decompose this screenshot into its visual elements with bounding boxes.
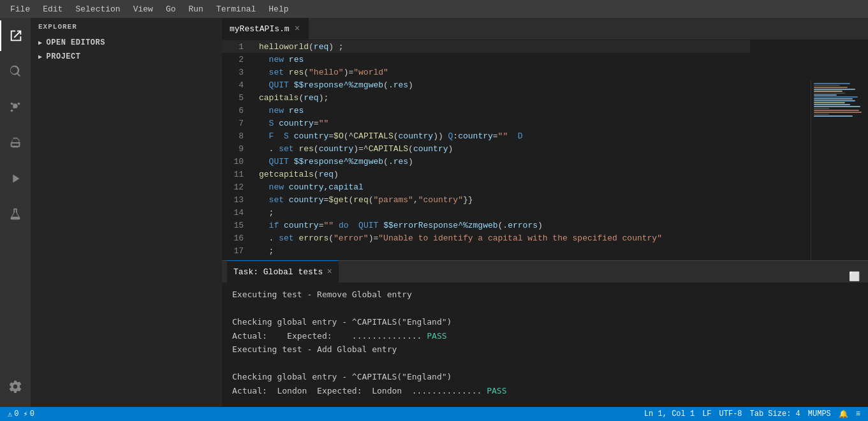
menu-run[interactable]: Run [183, 3, 208, 15]
flask-icon[interactable] [0, 199, 31, 230]
feedback-icon: ≡ [856, 410, 860, 418]
explorer-icon[interactable] [0, 20, 31, 51]
terminal-line-9 [232, 398, 858, 407]
run-debug-icon[interactable] [0, 163, 31, 194]
terminal-tab-bar: Task: Global tests × ⬜ [222, 261, 868, 283]
table-row: 10 QUIT $$response^%zmgweb(.res) [222, 155, 750, 168]
bell-icon: 🔔 [839, 410, 848, 419]
status-tabsize[interactable]: Tab Size: 4 [747, 410, 803, 419]
menu-view[interactable]: View [128, 3, 158, 15]
sidebar: EXPLORER ▶ OPEN EDITORS ▶ PROJECT [31, 18, 222, 407]
table-row: 11getcapitals(req) [222, 168, 750, 181]
line-number: 7 [222, 117, 254, 129]
editor-area: myRestAPIs.m × 1helloworld(req) ;2 new r… [222, 18, 868, 407]
table-row: 4 QUIT $$response^%zmgweb(.res) [222, 78, 750, 91]
status-eol-label: LF [702, 410, 711, 418]
status-notification-bell[interactable]: 🔔 [836, 410, 851, 419]
line-number: 4 [222, 78, 254, 91]
table-row: 15 if country="" do QUIT $$errorResponse… [222, 219, 750, 232]
chevron-right-icon-2: ▶ [38, 53, 43, 61]
svg-point-1 [11, 110, 13, 112]
table-row: 9 . set res(country)=^CAPITALS(country) [222, 142, 750, 155]
line-code: new res [254, 53, 750, 66]
terminal-line-7: Checking global entry - ^CAPITALS("Engla… [232, 371, 858, 383]
status-bar: ⚠ 0 ⚡ 0 Ln 1, Col 1 LF UTF-8 Tab Size: 4… [0, 407, 868, 421]
line-number: 9 [222, 142, 254, 155]
status-warning-count: 0 [30, 410, 34, 418]
terminal-line-8: Actual: London Expected: London ........… [232, 385, 858, 397]
table-row: 17 ; [222, 244, 750, 257]
status-encoding-label: UTF-8 [719, 410, 742, 418]
line-code: ; [254, 206, 750, 219]
table-row: 7 S country="" [222, 117, 750, 129]
line-number: 15 [222, 219, 254, 232]
line-code: set country=$get(req("params","country"}… [254, 193, 750, 206]
line-number: 18 [222, 257, 254, 260]
source-control-icon[interactable] [0, 92, 31, 122]
line-code: new res [254, 104, 750, 117]
menu-terminal[interactable]: Terminal [211, 3, 261, 15]
status-language-label: MUMPS [808, 410, 831, 418]
status-tabsize-label: Tab Size: 4 [750, 410, 800, 418]
sidebar-open-editors-label: OPEN EDITORS [47, 38, 105, 47]
sidebar-title: EXPLORER [31, 18, 222, 36]
line-number: 10 [222, 155, 254, 168]
line-number: 16 [222, 232, 254, 244]
status-eol[interactable]: LF [700, 410, 714, 419]
warning-icon: ⚠ [8, 410, 12, 419]
code-editor[interactable]: 1helloworld(req) ;2 new res3 set res("he… [222, 40, 811, 260]
tab-close-button[interactable]: × [293, 24, 301, 34]
menu-edit[interactable]: Edit [38, 3, 68, 15]
sidebar-section-open-editors[interactable]: ▶ OPEN EDITORS [31, 36, 222, 50]
status-right: Ln 1, Col 1 LF UTF-8 Tab Size: 4 MUMPS 🔔… [642, 410, 863, 419]
svg-point-0 [11, 103, 13, 105]
line-number: 5 [222, 91, 254, 104]
terminal-tab-global-tests[interactable]: Task: Global tests × [227, 260, 339, 283]
status-position[interactable]: Ln 1, Col 1 [642, 410, 697, 419]
line-code: ; [254, 244, 750, 257]
line-code: set capital=$get(^CAPITALS(country)) [254, 257, 750, 260]
line-number: 2 [222, 53, 254, 66]
line-code: . set errors("error")="Unable to identif… [254, 232, 750, 244]
line-number: 13 [222, 193, 254, 206]
search-icon[interactable] [0, 56, 31, 87]
terminal-panel: Task: Global tests × ⬜ Executing test - … [222, 260, 868, 407]
line-code: set res("hello")="world" [254, 66, 750, 78]
menu-help[interactable]: Help [263, 3, 293, 15]
status-errors[interactable]: ⚠ 0 ⚡ 0 [5, 410, 37, 419]
terminal-close-button[interactable]: × [327, 267, 332, 277]
menu-go[interactable]: Go [161, 3, 181, 15]
editor-tab-myrestapis[interactable]: myRestAPIs.m × [222, 18, 309, 40]
line-code: . set res(country)=^CAPITALS(country) [254, 142, 750, 155]
menu-file[interactable]: File [5, 3, 35, 15]
status-encoding[interactable]: UTF-8 [717, 410, 745, 419]
table-row: 18 set capital=$get(^CAPITALS(country)) [222, 257, 750, 260]
table-row: 14 ; [222, 206, 750, 219]
chevron-right-icon: ▶ [38, 39, 43, 47]
table-row: 3 set res("hello")="world" [222, 66, 750, 78]
extensions-icon[interactable] [0, 128, 31, 158]
terminal-line-4: Actual: Expected: .............. PASS [232, 330, 858, 343]
table-row: 16 . set errors("error")="Unable to iden… [222, 232, 750, 244]
line-number: 1 [222, 40, 254, 53]
table-row: 6 new res [222, 104, 750, 117]
error-icon: ⚡ [23, 410, 27, 419]
panel-maximize-button[interactable]: ⬜ [848, 270, 860, 283]
status-language[interactable]: MUMPS [805, 410, 834, 419]
menu-selection[interactable]: Selection [70, 3, 125, 15]
settings-icon[interactable] [0, 371, 31, 402]
terminal-line-5: Executing test - Add Global entry [232, 343, 858, 356]
table-row: 1helloworld(req) ; [222, 40, 750, 53]
table-row: 12 new country,capital [222, 181, 750, 193]
sidebar-section-project[interactable]: ▶ PROJECT [31, 50, 222, 64]
activity-bar [0, 18, 31, 407]
terminal-line-1: Executing test - Remove Global entry [232, 288, 858, 301]
status-error-count: 0 [14, 410, 18, 418]
line-number: 6 [222, 104, 254, 117]
status-feedback[interactable]: ≡ [853, 410, 863, 419]
line-code: getcapitals(req) [254, 168, 750, 181]
table-row: 5capitals(req); [222, 91, 750, 104]
line-number: 17 [222, 244, 254, 257]
menu-bar: File Edit Selection View Go Run Terminal… [0, 0, 868, 18]
terminal-content[interactable]: Executing test - Remove Global entry Che… [222, 283, 868, 407]
